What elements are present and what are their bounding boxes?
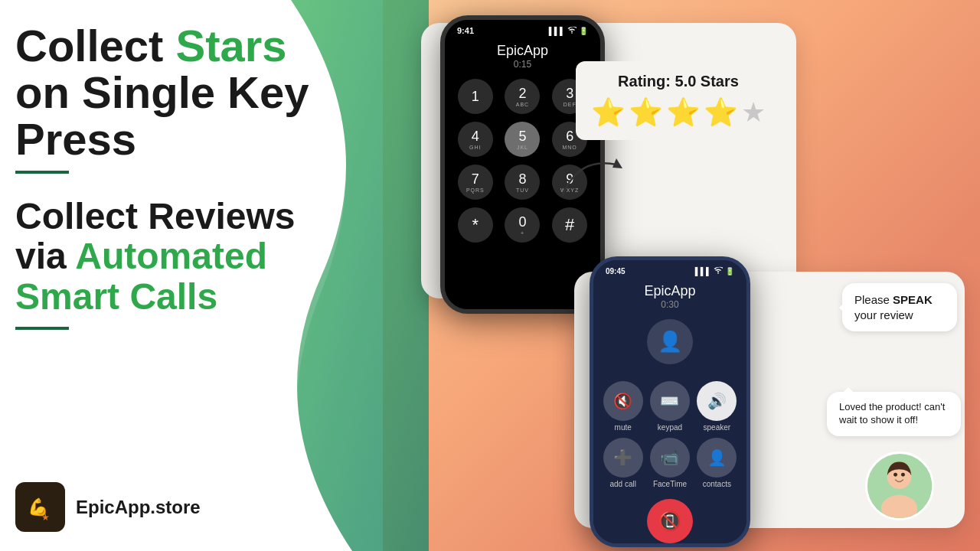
add-call-icon: ➕ [603, 438, 643, 478]
subtitle-divider [15, 327, 69, 330]
speaker-button[interactable]: 🔊 speaker [697, 381, 737, 432]
contacts-button[interactable]: 👤 contacts [697, 438, 737, 488]
logo-icon: 💪 ★ [15, 482, 65, 532]
status-icons-bottom: ▌▌▌ 🔋 [695, 266, 734, 276]
title-line3: Press [15, 116, 345, 163]
key-hash[interactable]: # [552, 207, 587, 243]
speech-bubble-please-speak: Please SPEAK your review [842, 283, 957, 331]
logo-text: EpicApp.store [76, 497, 201, 518]
keypad-icon: ⌨️ [650, 381, 690, 421]
title-line2: on Single Key [15, 70, 345, 116]
call-buttons-grid: 🔇 mute ⌨️ keypad 🔊 speaker ➕ add call [593, 381, 746, 488]
arrow-svg [555, 142, 632, 203]
stars-row: ⭐ ⭐ ⭐ ⭐ ★ [591, 96, 766, 129]
star-1: ⭐ [591, 96, 626, 129]
phone-duration-bottom: 0:30 [661, 299, 678, 310]
signal-icon-top: ▌▌▌ [549, 27, 565, 35]
svg-text:★: ★ [41, 512, 50, 523]
signal-icon-bottom: ▌▌▌ [695, 267, 711, 276]
key-2[interactable]: 2ABC [505, 79, 540, 114]
speaker-icon: 🔊 [697, 381, 737, 421]
key-1[interactable]: 1 [458, 79, 493, 114]
add-call-label: add call [609, 480, 635, 488]
phone-card-bottom: 09:45 ▌▌▌ 🔋 EpicApp 0:30 👤 [574, 272, 965, 528]
svg-point-8 [901, 472, 905, 476]
person-avatar [865, 452, 934, 520]
status-bar-top: 9:41 ▌▌▌ 🔋 [445, 20, 600, 37]
facetime-label: FaceTime [653, 480, 687, 488]
key-8[interactable]: 8TUV [505, 165, 540, 200]
star-3: ⭐ [666, 96, 701, 129]
logo-svg: 💪 ★ [21, 488, 60, 527]
logo-area: 💪 ★ EpicApp.store [15, 482, 201, 532]
facetime-icon: 📹 [650, 438, 690, 478]
facetime-button[interactable]: 📹 FaceTime [649, 438, 690, 488]
keypad-button[interactable]: ⌨️ keypad [649, 381, 690, 432]
rating-title: Rating: 5.0 Stars [591, 73, 766, 90]
phone-mockup-bottom: 09:45 ▌▌▌ 🔋 EpicApp 0:30 👤 [590, 256, 750, 547]
mute-button[interactable]: 🔇 mute [603, 381, 643, 432]
speech-please: Please [854, 293, 893, 306]
phone-app-name-bottom: EpicApp [644, 283, 695, 299]
speech-loved-text: Loved the product! can't wait to show it… [839, 401, 945, 425]
mute-icon: 🔇 [603, 381, 643, 421]
key-7[interactable]: 7PQRS [458, 165, 493, 200]
subtitle-line3: Smart Calls [15, 277, 345, 318]
subtitle-smart-calls: Smart Calls [15, 276, 217, 317]
subtitle-line1: Collect Reviews [15, 197, 345, 237]
subtitle-automated: Automated [75, 236, 267, 276]
phone-screen-bottom: 09:45 ▌▌▌ 🔋 EpicApp 0:30 👤 [593, 260, 746, 543]
title-line1: Collect Stars [15, 23, 345, 70]
key-star[interactable]: * [458, 207, 493, 243]
add-call-button[interactable]: ➕ add call [603, 438, 643, 488]
star-5: ★ [741, 96, 766, 129]
battery-icon-top: 🔋 [579, 27, 588, 35]
left-content: Collect Stars on Single Key Press Collec… [15, 23, 345, 330]
phone-time-bottom: 09:45 [606, 267, 626, 276]
mute-label: mute [615, 423, 632, 432]
wifi-icon-top [567, 26, 577, 35]
title-collect: Collect [15, 21, 176, 70]
right-content: 9:41 ▌▌▌ 🔋 EpicApp 0:15 1 2ABC 3DEF [383, 15, 965, 536]
subtitle-line2: via Automated [15, 236, 345, 277]
title-stars: Stars [176, 21, 287, 70]
wifi-icon-bottom [714, 266, 723, 276]
phone-duration-top: 0:15 [514, 59, 531, 70]
contact-avatar: 👤 [647, 319, 693, 364]
rating-box: Rating: 5.0 Stars ⭐ ⭐ ⭐ ⭐ ★ [576, 61, 781, 140]
battery-icon-bottom: 🔋 [725, 267, 734, 276]
key-4[interactable]: 4GHI [458, 122, 493, 157]
end-call-button[interactable]: 📵 [647, 499, 693, 544]
key-5[interactable]: 5JKL [505, 122, 540, 157]
star-2: ⭐ [629, 96, 663, 129]
phone-time-top: 9:41 [457, 26, 474, 35]
contacts-label: contacts [703, 480, 731, 488]
contacts-icon: 👤 [697, 438, 737, 478]
phone-app-name-top: EpicApp [497, 43, 548, 59]
speech-speak: SPEAK [893, 293, 933, 306]
star-4: ⭐ [704, 96, 738, 129]
speech-review: your review [854, 308, 913, 321]
person-avatar-svg [867, 454, 932, 519]
status-bar-bottom: 09:45 ▌▌▌ 🔋 [593, 260, 746, 277]
speaker-label: speaker [704, 423, 731, 432]
speech-bubble-loved: Loved the product! can't wait to show it… [827, 392, 961, 436]
status-icons-top: ▌▌▌ 🔋 [549, 26, 588, 35]
hand-pointer-icon: ☞ [508, 223, 557, 286]
keypad-label: keypad [658, 423, 682, 432]
title-block: Collect Stars on Single Key Press [15, 23, 345, 174]
subtitle-block: Collect Reviews via Automated Smart Call… [15, 197, 345, 330]
svg-point-7 [893, 472, 897, 476]
title-divider [15, 171, 69, 174]
subtitle-via: via [15, 236, 75, 276]
